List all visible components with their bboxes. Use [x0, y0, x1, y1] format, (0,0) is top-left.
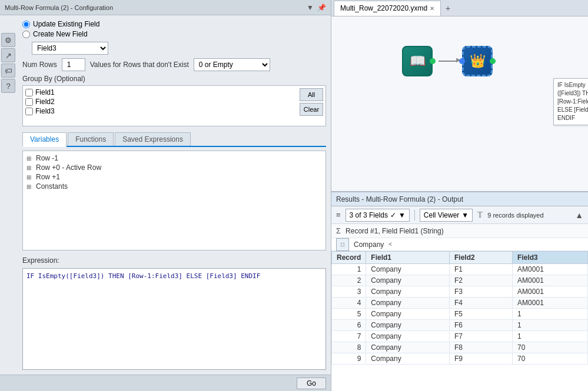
workflow-container: 📖 👑 IF IsEmpty([Field3]) THEN[Row-1:Fiel…: [402, 46, 493, 76]
canvas-tab-close[interactable]: ✕: [430, 5, 434, 12]
tag-icon[interactable]: 🏷: [1, 64, 15, 78]
num-rows-input[interactable]: [62, 58, 85, 71]
cell-field3: 1: [513, 320, 588, 331]
scroll-left-arrow[interactable]: <: [388, 241, 392, 248]
cell-field2: F6: [450, 320, 513, 331]
variables-tabs: Variables Functions Saved Expressions: [22, 132, 326, 147]
arrow-icon[interactable]: ↗: [1, 48, 15, 62]
help-icon[interactable]: ?: [1, 79, 15, 93]
canvas-tab-main[interactable]: Multi_Row_22072020.yxmd ✕: [334, 1, 441, 16]
table-icon[interactable]: ≡: [336, 210, 341, 219]
col-header-field3: Field3: [513, 252, 588, 264]
record-preview-bar: Σ Record #1, Field Field1 (String): [331, 224, 588, 238]
cell-record: 6: [332, 320, 366, 331]
cell-record: 8: [332, 342, 366, 353]
cell-field2: F3: [450, 286, 513, 298]
group-by-label: Group By (Optional): [22, 75, 326, 83]
field2-checkbox[interactable]: Field2: [25, 98, 297, 106]
tab-variables[interactable]: Variables: [22, 132, 67, 147]
canvas-tabs: Multi_Row_22072020.yxmd ✕ +: [331, 0, 588, 16]
cell-field3: AM0001: [513, 275, 588, 286]
cell-field2: F8: [450, 342, 513, 353]
expand-icon-constants: ⊞: [26, 183, 34, 190]
data-table-wrapper: Record Field1 Field2 Field3 1 Company F1…: [331, 251, 588, 391]
cell-record: 5: [332, 309, 366, 320]
field-select-row: Field3 Field1 Field2: [32, 42, 326, 55]
tree-item-row-minus1[interactable]: ⊞ Row -1: [25, 153, 323, 163]
canvas-tab-label: Multi_Row_22072020.yxmd: [340, 4, 427, 12]
cell-field2: F1: [450, 264, 513, 275]
cell-record: 4: [332, 298, 366, 309]
go-button[interactable]: Go: [297, 377, 326, 389]
cell-field1: Company: [366, 264, 450, 275]
table-row: 2 Company F2 AM0001: [332, 275, 588, 286]
group-by-buttons: All Clear: [300, 88, 323, 116]
preview-icon[interactable]: □: [336, 238, 349, 251]
table-row: 7 Company F7 1: [332, 331, 588, 342]
create-new-radio[interactable]: Create New Field: [22, 30, 326, 38]
cell-field2: F5: [450, 309, 513, 320]
field3-checkbox[interactable]: Field3: [25, 107, 297, 115]
field-select[interactable]: Field3 Field1 Field2: [32, 42, 108, 55]
results-title-bar: Results - Multi-Row Formula (2) - Output: [331, 192, 588, 206]
settings-icon[interactable]: ⚙: [1, 33, 15, 47]
cell-field1: Company: [366, 353, 450, 365]
group-by-section: Group By (Optional) Field1 Field2 Field3: [22, 75, 326, 126]
check-icon: ✓: [390, 211, 396, 219]
fields-selector[interactable]: 3 of 3 Fields ✓ ▼: [346, 209, 410, 222]
pin-icon[interactable]: 📌: [317, 4, 326, 12]
input-node[interactable]: 📖: [402, 46, 433, 76]
tree-item-row-plus1[interactable]: ⊞ Row +1: [25, 172, 323, 182]
expand-icon-row-minus1: ⊞: [26, 155, 34, 162]
tab-functions[interactable]: Functions: [68, 132, 114, 146]
expression-input[interactable]: IF IsEmpty([Field3]) THEN [Row-1:Field3]…: [22, 268, 326, 370]
filter-icon[interactable]: 𝕋: [477, 210, 483, 219]
wf-connector: [438, 61, 456, 62]
cell-record: 1: [332, 264, 366, 275]
all-button[interactable]: All: [300, 88, 323, 101]
table-row: 1 Company F1 AM0001: [332, 264, 588, 275]
scroll-up-button[interactable]: ▲: [575, 210, 583, 220]
cell-field1: Company: [366, 320, 450, 331]
formula-node-wrapper: 👑 IF IsEmpty([Field3]) THEN[Row-1:Field3…: [462, 46, 493, 76]
col-header-field1: Field1: [366, 252, 450, 264]
cell-field1: Company: [366, 298, 450, 309]
formula-tooltip: IF IsEmpty([Field3]) THEN[Row-1:Field3]E…: [553, 78, 588, 125]
values-select[interactable]: 0 or Empty: [194, 58, 270, 71]
tree-item-constants[interactable]: ⊞ Constants: [25, 182, 323, 191]
cell-field1: Company: [366, 342, 450, 353]
cell-field3: AM0001: [513, 264, 588, 275]
side-icon-panel: ⚙ ↗ 🏷 ?: [0, 31, 16, 95]
add-canvas-tab[interactable]: +: [441, 1, 455, 15]
table-row: 9 Company F9 70: [332, 353, 588, 365]
title-icon-group: ▼ 📌: [307, 4, 326, 12]
toolbar-sep1: [414, 210, 415, 220]
cell-field3: 70: [513, 342, 588, 353]
tree-item-row-0[interactable]: ⊞ Row +0 - Active Row: [25, 163, 323, 172]
panel-title-bar: Multi-Row Formula (2) - Configuration ▼ …: [0, 0, 331, 15]
variables-panel: ⊞ Row -1 ⊞ Row +0 - Active Row ⊞ Row +1 …: [22, 151, 326, 250]
tab-saved-expressions[interactable]: Saved Expressions: [115, 132, 191, 146]
cell-field3: 1: [513, 331, 588, 342]
results-section: Results - Multi-Row Formula (2) - Output…: [331, 191, 588, 391]
table-row: 6 Company F6 1: [332, 320, 588, 331]
formula-node[interactable]: 👑: [462, 46, 493, 76]
output-dot: [430, 58, 436, 64]
cell-record: 9: [332, 353, 366, 365]
cell-viewer-label: Cell Viewer: [424, 211, 459, 219]
update-existing-radio[interactable]: Update Existing Field: [22, 20, 326, 28]
panel-title: Multi-Row Formula (2) - Configuration: [5, 4, 113, 11]
table-row: 4 Company F4 AM0001: [332, 298, 588, 309]
minimize-icon[interactable]: ▼: [307, 4, 314, 12]
num-rows-row: Num Rows Values for Rows that don't Exis…: [22, 58, 326, 71]
cell-viewer-selector[interactable]: Cell Viewer ▼: [420, 209, 473, 222]
group-by-inner: Field1 Field2 Field3 All Clear: [25, 88, 323, 123]
clear-button[interactable]: Clear: [300, 103, 323, 116]
cell-field1: Company: [366, 286, 450, 298]
cell-field2: F2: [450, 275, 513, 286]
sigma-icon: Σ: [336, 226, 341, 235]
table-row: 5 Company F5 1: [332, 309, 588, 320]
expression-label: Expression:: [22, 256, 326, 265]
expand-icon-row-plus1: ⊞: [26, 174, 34, 181]
field1-checkbox[interactable]: Field1: [25, 88, 297, 96]
